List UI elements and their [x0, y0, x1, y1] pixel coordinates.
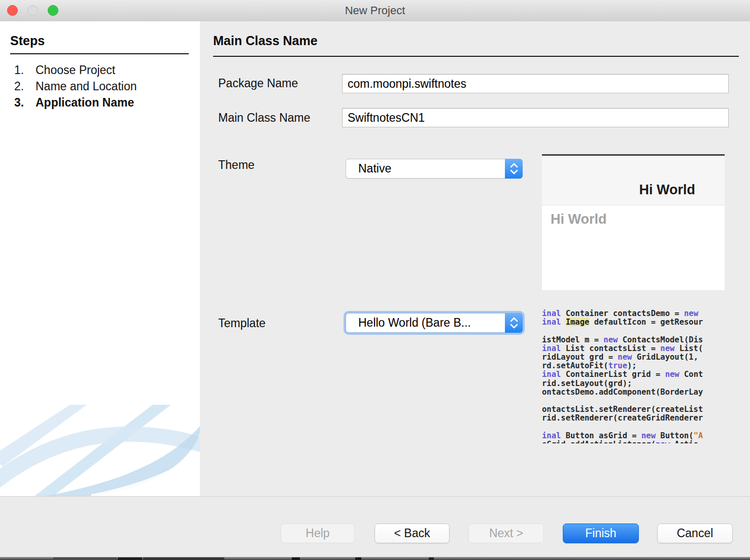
step-label: Name and Location [36, 78, 137, 94]
background-window-edge [0, 557, 750, 560]
code-line: inal Image defaultIcon = getResour [542, 318, 725, 326]
code-line: ontactsDemo.addComponent(BorderLay [542, 388, 725, 396]
step-number: 2. [0, 78, 36, 94]
step-name-and-location: 2. Name and Location [0, 78, 200, 94]
template-code-preview: inal Container contactsDemo = newinal Im… [542, 309, 725, 443]
code-line: inal ContainerList grid = new Cont [542, 370, 725, 378]
code-line: istModel m = new ContactsModel(Dis [542, 335, 725, 344]
code-line: ridLayout grd = new GridLayout(1, [542, 353, 725, 361]
combo-stepper-icon [505, 313, 523, 333]
template-label: Template [218, 317, 265, 330]
code-line [542, 326, 725, 335]
code-line [542, 422, 725, 431]
step-application-name: 3. Application Name [0, 94, 200, 111]
back-button[interactable]: < Back [374, 523, 450, 543]
step-label: Application Name [36, 94, 134, 111]
package-name-label: Package Name [218, 77, 298, 90]
package-name-input[interactable] [342, 74, 729, 93]
window-titlebar[interactable]: New Project [0, 0, 750, 22]
wizard-watermark-graphic [0, 405, 200, 496]
cancel-button[interactable]: Cancel [657, 523, 733, 543]
template-selected-value: Hello World (Bare B... [358, 313, 502, 332]
theme-select[interactable]: Native [346, 159, 523, 179]
step-number: 3. [0, 94, 36, 111]
code-line: ontactsList.setRenderer(createList [542, 405, 725, 413]
code-line [542, 396, 725, 405]
theme-preview-titlebar: Hi World [542, 156, 725, 205]
page-title: Main Class Name [213, 33, 739, 57]
theme-selected-value: Native [358, 159, 502, 178]
help-button[interactable]: Help [281, 523, 355, 543]
theme-preview-content: Hi World [542, 205, 725, 290]
main-class-name-input[interactable] [342, 108, 729, 127]
steps-list: 1. Choose Project 2. Name and Location 3… [0, 62, 200, 111]
next-button[interactable]: Next > [468, 523, 544, 543]
template-select[interactable]: Hello World (Bare B... [346, 313, 523, 333]
theme-label: Theme [218, 158, 255, 172]
steps-sidebar: Steps 1. Choose Project 2. Name and Loca… [0, 21, 200, 496]
theme-preview-content-text: Hi World [551, 212, 607, 227]
code-line: rid.setLayout(grd); [542, 379, 725, 388]
main-class-name-label: Main Class Name [218, 111, 311, 125]
code-line: rid.setRenderer(createGridRenderer [542, 413, 725, 422]
theme-preview-title-text: Hi World [639, 182, 696, 198]
step-number: 1. [0, 62, 36, 78]
code-line: rd.setAutoFit(true); [542, 361, 725, 370]
code-line: inal List contactsList = new List( [542, 344, 725, 353]
window-title: New Project [0, 0, 750, 21]
code-line: inal Button asGrid = new Button("A [542, 431, 725, 440]
new-project-dialog: New Project Steps 1. Choose Project 2. N… [0, 0, 750, 560]
step-label: Choose Project [36, 62, 115, 78]
combo-stepper-icon [505, 159, 523, 179]
step-choose-project: 1. Choose Project [0, 62, 200, 78]
theme-preview-image: Hi World Hi World [542, 154, 725, 290]
steps-heading: Steps [10, 33, 189, 54]
finish-button[interactable]: Finish [563, 523, 639, 543]
code-line: inal Container contactsDemo = new [542, 309, 725, 318]
code-line: sGrid.addActionListener(new Actio [542, 440, 725, 443]
